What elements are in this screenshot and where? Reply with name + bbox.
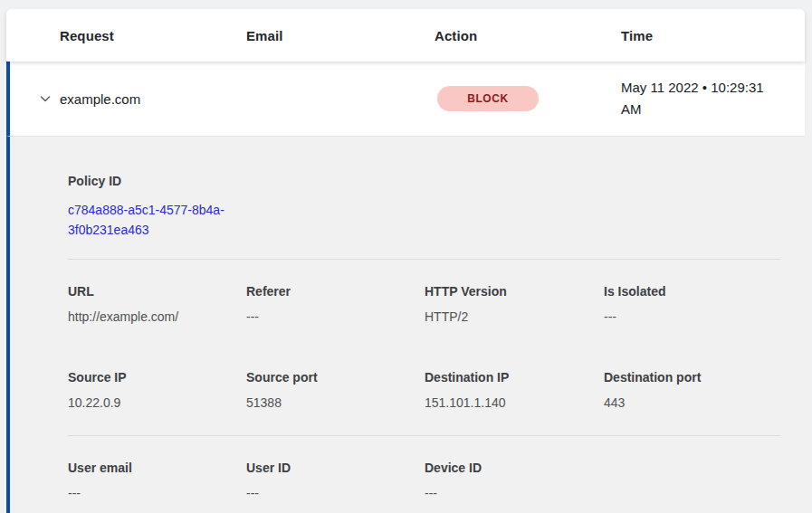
- column-header-action: Action: [435, 28, 621, 43]
- table-row[interactable]: example.com BLOCK May 11 2022 • 10:29:31…: [6, 62, 805, 136]
- field-label: Destination port: [604, 370, 780, 385]
- field-policy-id: Policy ID c784a888-a5c1-4577-8b4a-3f0b23…: [68, 174, 246, 240]
- field-value: ---: [425, 486, 604, 501]
- field-label: Is Isolated: [604, 284, 780, 299]
- field-user-id: User ID ---: [246, 461, 425, 501]
- field-user-email: User email ---: [68, 461, 246, 501]
- field-source-ip: Source IP 10.22.0.9: [68, 370, 246, 411]
- field-http-version: HTTP Version HTTP/2: [425, 284, 604, 325]
- field-value: ---: [246, 309, 425, 325]
- row-detail-panel: Policy ID c784a888-a5c1-4577-8b4a-3f0b23…: [6, 136, 805, 513]
- field-value: 10.22.0.9: [68, 395, 246, 411]
- field-destination-ip: Destination IP 151.101.1.140: [425, 370, 604, 411]
- field-label: Source IP: [68, 370, 246, 385]
- field-value: HTTP/2: [425, 309, 604, 325]
- field-value: 151.101.1.140: [425, 395, 604, 411]
- field-label: Device ID: [425, 461, 604, 476]
- field-label: User ID: [246, 461, 425, 476]
- field-destination-port: Destination port 443: [604, 370, 780, 411]
- field-device-id: Device ID ---: [425, 461, 604, 501]
- field-empty: [604, 461, 780, 501]
- field-label: Source port: [246, 370, 425, 385]
- field-value: 51388: [246, 395, 425, 411]
- detail-section-network: URL http://example.com/ Referer --- HTTP…: [68, 260, 780, 435]
- field-is-isolated: Is Isolated ---: [604, 284, 780, 325]
- field-label: Referer: [246, 284, 425, 299]
- detail-row-source-dest: Source IP 10.22.0.9 Source port 51388 De…: [68, 370, 780, 411]
- policy-id-link[interactable]: c784a888-a5c1-4577-8b4a-3f0b231ea463: [68, 200, 246, 240]
- detail-row-url: URL http://example.com/ Referer --- HTTP…: [68, 284, 780, 325]
- field-source-port: Source port 51388: [246, 370, 425, 411]
- field-value: 443: [604, 395, 780, 411]
- row-action-cell: BLOCK: [437, 86, 621, 111]
- field-url: URL http://example.com/: [68, 284, 246, 325]
- field-value: ---: [604, 309, 780, 325]
- collapse-row-button[interactable]: [10, 62, 60, 136]
- log-table-card: Request Email Action Time example.com BL…: [6, 9, 805, 513]
- field-value: http://example.com/: [68, 309, 246, 325]
- field-value: ---: [246, 486, 425, 501]
- field-label: HTTP Version: [425, 284, 604, 299]
- field-label: User email: [68, 461, 246, 476]
- row-request-value: example.com: [60, 91, 246, 107]
- chevron-down-icon: [38, 91, 53, 106]
- column-header-request: Request: [60, 28, 246, 43]
- field-label: Destination IP: [425, 370, 604, 385]
- detail-row-user: User email --- User ID --- Device ID ---: [68, 461, 780, 501]
- field-label: Policy ID: [68, 174, 246, 189]
- detail-section-user: User email --- User ID --- Device ID ---: [68, 436, 780, 501]
- column-header-time: Time: [621, 28, 805, 43]
- row-time-value: May 11 2022 • 10:29:31 AM: [621, 77, 789, 120]
- field-label: URL: [68, 284, 246, 299]
- detail-section-policy: Policy ID c784a888-a5c1-4577-8b4a-3f0b23…: [68, 137, 780, 259]
- field-referer: Referer ---: [246, 284, 425, 325]
- table-header-row: Request Email Action Time: [6, 9, 805, 62]
- field-value: ---: [68, 486, 246, 501]
- column-header-email: Email: [246, 28, 435, 43]
- status-badge-block: BLOCK: [437, 86, 539, 111]
